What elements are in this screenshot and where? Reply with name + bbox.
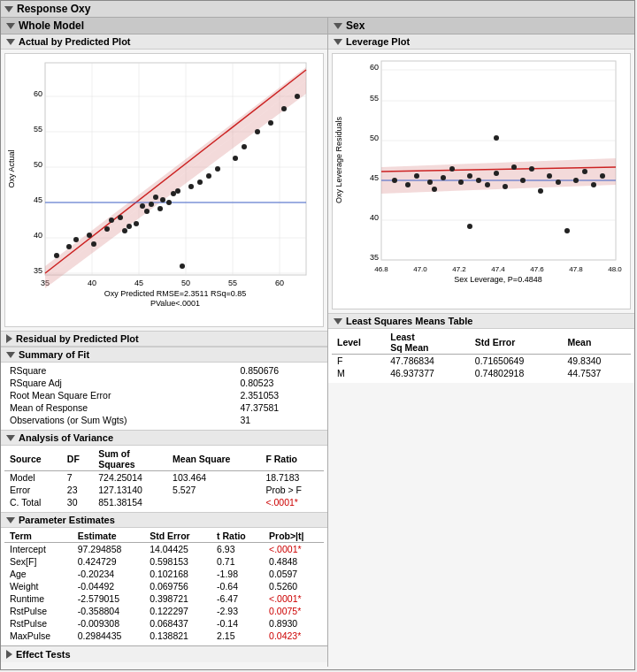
svg-text:Oxy Actual: Oxy Actual <box>7 149 16 187</box>
svg-text:50: 50 <box>370 134 379 142</box>
summary-body: RSquare0.850676RSquare Adj0.80523Root Me… <box>1 363 327 430</box>
svg-point-92 <box>449 166 455 172</box>
svg-point-109 <box>600 173 605 179</box>
content-area: Whole Model Actual by Predicted Plot 35 … <box>1 18 634 667</box>
leverage-plot: 35 40 45 50 55 60 46.8 47.0 47.2 <box>332 53 631 309</box>
effect-tests-section[interactable]: Effect Tests <box>1 645 327 662</box>
anova-row: Error23127.131405.527Prob > F <box>4 484 324 496</box>
param-col-estimate: Estimate <box>73 530 144 543</box>
svg-point-40 <box>140 203 145 209</box>
svg-point-45 <box>160 197 165 202</box>
svg-text:46.8: 46.8 <box>374 265 388 273</box>
summary-row: RSquare0.850676 <box>4 364 324 377</box>
param-row: RstPulse-0.3588040.122297-2.930.0075* <box>4 605 324 617</box>
anova-row: C. Total30851.38154<.0001* <box>4 496 324 508</box>
svg-point-53 <box>215 166 220 172</box>
lsmeans-col-se: Std Error <box>470 331 563 355</box>
svg-point-105 <box>564 228 570 233</box>
svg-point-87 <box>405 182 411 187</box>
summary-row: RSquare Adj0.80523 <box>4 377 324 389</box>
panel-title-bar: Response Oxy <box>1 1 634 18</box>
actual-by-predicted-plot: 35 40 45 50 55 60 35 40 45 <box>4 53 324 327</box>
main-panel: Response Oxy Whole Model Actual by Predi… <box>0 0 635 670</box>
svg-point-90 <box>432 187 437 192</box>
summary-collapse-icon[interactable] <box>6 352 15 358</box>
param-col-t: t Ratio <box>211 530 264 543</box>
anova-table: Source DF Sum ofSquares Mean Square F Ra… <box>4 447 324 508</box>
param-header: Parameter Estimates <box>1 512 327 528</box>
param-row: MaxPulse0.29844350.1388212.150.0423* <box>4 630 324 642</box>
param-row: Intercept97.29485814.044256.93<.0001* <box>4 543 324 556</box>
svg-text:40: 40 <box>34 231 42 240</box>
svg-text:Oxy Predicted RMSE=2.3511 RSq=: Oxy Predicted RMSE=2.3511 RSq=0.85 <box>104 289 247 298</box>
lsmeans-header: Least Squares Means Table <box>328 313 634 329</box>
svg-point-51 <box>197 179 203 185</box>
svg-text:60: 60 <box>34 89 42 98</box>
svg-text:55: 55 <box>228 279 237 287</box>
param-row: RstPulse-0.0093080.068437-0.140.8930 <box>4 617 324 630</box>
svg-point-98 <box>503 184 508 189</box>
svg-point-93 <box>458 179 464 185</box>
effect-tests-label: Effect Tests <box>16 649 71 660</box>
summary-label: Summary of Fit <box>19 349 89 360</box>
svg-text:55: 55 <box>34 125 42 134</box>
summary-header: Summary of Fit <box>1 347 327 363</box>
svg-text:48.0: 48.0 <box>608 265 622 273</box>
svg-point-48 <box>175 188 180 194</box>
lsmeans-label: Least Squares Means Table <box>346 316 472 326</box>
svg-point-91 <box>441 175 446 180</box>
lsmeans-col-lsmean: LeastSq Mean <box>385 331 470 355</box>
svg-text:45: 45 <box>134 279 143 287</box>
residual-collapse-icon[interactable] <box>6 334 12 343</box>
svg-text:47.0: 47.0 <box>413 265 427 273</box>
anova-collapse-icon[interactable] <box>6 435 15 441</box>
svg-point-55 <box>242 144 247 149</box>
effect-tests-icon[interactable] <box>6 650 12 659</box>
anova-col-source: Source <box>4 447 62 471</box>
anova-row: Model7724.25014103.46418.7183 <box>4 471 324 485</box>
whole-model-collapse-icon[interactable] <box>6 23 15 29</box>
svg-point-108 <box>591 182 596 187</box>
param-row: Runtime-2.5790150.398721-6.47<.0001* <box>4 592 324 605</box>
param-col-term: Term <box>4 530 73 543</box>
svg-point-56 <box>255 129 260 134</box>
svg-point-110 <box>467 224 472 229</box>
svg-point-37 <box>122 228 127 233</box>
residual-label: Residual by Predicted Plot <box>16 333 139 344</box>
residual-predicted-header[interactable]: Residual by Predicted Plot <box>1 331 327 347</box>
actual-predicted-collapse-icon[interactable] <box>6 39 15 45</box>
param-collapse-icon[interactable] <box>6 517 15 523</box>
svg-point-102 <box>538 188 543 194</box>
param-row: Weight-0.044920.069756-0.640.5260 <box>4 580 324 592</box>
lsmeans-table: Level LeastSq Mean Std Error Mean F47.78… <box>332 331 631 379</box>
svg-text:45: 45 <box>34 195 42 204</box>
svg-point-29 <box>54 253 59 258</box>
actual-predicted-header: Actual by Predicted Plot <box>1 34 327 50</box>
svg-point-107 <box>582 169 587 174</box>
svg-text:47.4: 47.4 <box>491 265 505 273</box>
lsmeans-body: Level LeastSq Mean Std Error Mean F47.78… <box>328 329 634 383</box>
svg-text:50: 50 <box>34 160 42 169</box>
lsmeans-col-level: Level <box>332 331 385 355</box>
svg-point-35 <box>109 218 114 223</box>
svg-point-96 <box>485 182 490 187</box>
svg-text:47.8: 47.8 <box>569 265 583 273</box>
lsmeans-row: M46.9373770.7480291844.7537 <box>332 367 631 379</box>
svg-point-41 <box>144 209 150 214</box>
lsmeans-col-mean: Mean <box>562 331 631 355</box>
anova-col-df: DF <box>62 447 93 471</box>
anova-col-ss: Sum ofSquares <box>93 447 167 471</box>
leverage-collapse-icon[interactable] <box>334 39 342 45</box>
svg-text:40: 40 <box>370 213 379 222</box>
param-col-se: Std Error <box>144 530 211 543</box>
svg-point-100 <box>520 178 526 183</box>
sex-collapse-icon[interactable] <box>334 23 342 29</box>
svg-point-38 <box>127 224 132 229</box>
lsmeans-collapse-icon[interactable] <box>334 318 342 325</box>
leverage-label: Leverage Plot <box>346 36 410 47</box>
param-col-p: Prob>|t| <box>264 530 324 543</box>
collapse-icon[interactable] <box>4 6 13 12</box>
sex-header: Sex <box>328 18 634 34</box>
svg-text:35: 35 <box>34 266 42 275</box>
svg-text:55: 55 <box>370 94 379 103</box>
